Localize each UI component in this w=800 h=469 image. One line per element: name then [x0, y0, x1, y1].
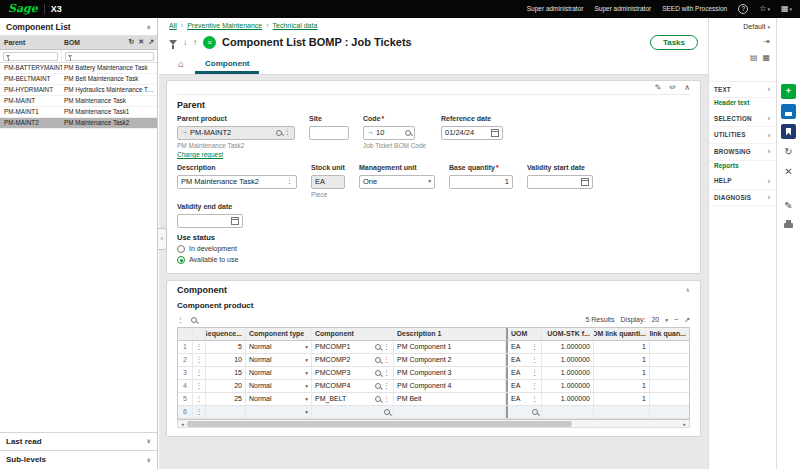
- search-icon[interactable]: [276, 130, 282, 136]
- list-item[interactable]: PM-MAINT1PM Maintenance Task1: [0, 107, 157, 118]
- sequence-cell[interactable]: 15: [206, 367, 246, 379]
- row-menu-icon[interactable]: ⋮: [193, 406, 206, 418]
- list-item[interactable]: PM-BATTERYMAINTPM Battery Maintenance Ta…: [0, 63, 157, 74]
- stk-link-cell[interactable]: [650, 354, 689, 366]
- row-menu-icon[interactable]: ⋮: [193, 341, 206, 353]
- uom-link-cell[interactable]: 1: [594, 380, 650, 392]
- options-dots-icon[interactable]: ⋮: [383, 382, 390, 390]
- refresh-button[interactable]: ↻: [781, 144, 796, 159]
- table-row[interactable]: 5 ⋮ 25 Normal▾ PM_BELT⋮ PM Belt EA⋮ 1.00…: [178, 393, 689, 406]
- description-input[interactable]: PM Maintenance Task2 ⋮: [177, 175, 297, 189]
- uom-stk-cell[interactable]: 1.000000: [542, 367, 594, 379]
- left-panel-header[interactable]: Component List ∧: [0, 18, 157, 36]
- tab-home[interactable]: ⌂: [169, 56, 193, 74]
- uom-link-cell[interactable]: 1: [594, 354, 650, 366]
- list-item-selected[interactable]: PM-MAINT2PM Maintenance Task2: [0, 118, 157, 129]
- column-header-uom[interactable]: UOM: [506, 328, 542, 340]
- sage-logo[interactable]: Sage: [8, 2, 38, 15]
- component-type-cell[interactable]: Normal▾: [246, 380, 312, 392]
- accordion-last-read[interactable]: Last read∨: [0, 432, 157, 451]
- radio-available-to-use[interactable]: Available to use: [177, 256, 690, 264]
- component-cell[interactable]: [312, 406, 394, 418]
- grid-menu-icon[interactable]: ⋮: [177, 316, 184, 324]
- search-icon[interactable]: [375, 370, 381, 376]
- annotate-icon[interactable]: ✎: [655, 83, 662, 93]
- list-item[interactable]: PM-MAINTPM Maintenance Task: [0, 96, 157, 107]
- scroll-left-icon[interactable]: ◂: [178, 421, 187, 427]
- stk-link-cell[interactable]: [650, 406, 689, 418]
- uom-stk-cell[interactable]: [542, 406, 594, 418]
- uom-stk-cell[interactable]: 1.000000: [542, 354, 594, 366]
- caret-down-icon[interactable]: ▾: [665, 317, 668, 324]
- options-dots-icon[interactable]: ⋮: [531, 369, 538, 377]
- table-row[interactable]: 4 ⋮ 20 Normal▾ PMCOMP4⋮ PM Component 4 E…: [178, 380, 689, 393]
- scrollbar-thumb[interactable]: [187, 421, 572, 427]
- table-row[interactable]: 1 ⋮ 5 Normal▾ PMCOMP1⋮ PM Component 1 EA…: [178, 341, 689, 354]
- link-reports[interactable]: Reports: [709, 161, 776, 174]
- options-dots-icon[interactable]: ⋮: [383, 356, 390, 364]
- component-section-header[interactable]: Component ∧: [177, 283, 690, 299]
- options-dots-icon[interactable]: ⋮: [286, 177, 293, 185]
- section-browsing[interactable]: BROWSING∧: [709, 144, 776, 161]
- bookmark-button[interactable]: [781, 124, 796, 139]
- topbar-user-menu-1[interactable]: Super administrator: [527, 5, 584, 13]
- create-button[interactable]: +: [781, 84, 796, 99]
- uom-cell[interactable]: EA⋮: [506, 367, 542, 379]
- close-icon[interactable]: ✕: [138, 38, 144, 46]
- tasks-button[interactable]: Tasks: [650, 35, 698, 50]
- validity-start-input[interactable]: [527, 175, 593, 189]
- component-cell[interactable]: PM_BELT⋮: [312, 393, 394, 405]
- calendar-icon[interactable]: [231, 217, 239, 225]
- uom-stk-cell[interactable]: 1.000000: [542, 393, 594, 405]
- reference-date-input[interactable]: 01/24/24: [441, 126, 503, 140]
- row-menu-icon[interactable]: ⋮: [193, 380, 206, 392]
- uom-link-cell[interactable]: 1: [594, 341, 650, 353]
- row-menu-icon[interactable]: ⋮: [193, 354, 206, 366]
- component-type-cell[interactable]: ▾: [246, 406, 312, 418]
- link-header-text[interactable]: Header text: [709, 98, 776, 111]
- options-dots-icon[interactable]: ⋮: [531, 382, 538, 390]
- search-icon[interactable]: [375, 383, 381, 389]
- search-icon[interactable]: [375, 344, 381, 350]
- next-record-icon[interactable]: ↓: [183, 38, 187, 48]
- description-cell[interactable]: PM Component 1: [394, 341, 506, 353]
- uom-link-cell[interactable]: [594, 406, 650, 418]
- uom-cell[interactable]: EA⋮: [506, 380, 542, 392]
- change-request-link[interactable]: Change request: [177, 151, 295, 159]
- uom-cell[interactable]: EA⋮: [506, 393, 542, 405]
- uom-stk-cell[interactable]: 1.000000: [542, 341, 594, 353]
- edit-button[interactable]: ✎: [781, 198, 796, 213]
- component-cell[interactable]: PMCOMP3⋮: [312, 367, 394, 379]
- description-cell[interactable]: [394, 406, 506, 418]
- component-type-cell[interactable]: Normal▾: [246, 367, 312, 379]
- open-panel-icon[interactable]: ⇥: [763, 37, 770, 47]
- accordion-sub-levels[interactable]: Sub-levels∨: [0, 450, 157, 469]
- search-icon[interactable]: [532, 409, 538, 415]
- options-dots-icon[interactable]: ⋮: [383, 343, 390, 351]
- expand-icon[interactable]: ↗: [148, 38, 154, 46]
- parent-filter-input[interactable]: [3, 52, 58, 61]
- jump-arrow-icon[interactable]: →: [367, 128, 374, 136]
- stk-link-cell[interactable]: [650, 367, 689, 379]
- component-type-cell[interactable]: Normal▾: [246, 354, 312, 366]
- management-unit-select[interactable]: One ▾: [359, 175, 435, 189]
- table-row[interactable]: 3 ⋮ 15 Normal▾ PMCOMP3⋮ PM Component 3 E…: [178, 367, 689, 380]
- component-type-cell[interactable]: Normal▾: [246, 341, 312, 353]
- calendar-icon[interactable]: [581, 178, 589, 186]
- parent-product-input[interactable]: → PM-MAINT2 ⋮: [177, 126, 295, 140]
- sequence-cell[interactable]: 10: [206, 354, 246, 366]
- list-item[interactable]: PM-HYDRMAINTPM Hydraulics Maintenance Ta…: [0, 85, 157, 96]
- description-cell[interactable]: PM Component 4: [394, 380, 506, 392]
- row-menu-icon[interactable]: ⋮: [193, 367, 206, 379]
- uom-cell[interactable]: [506, 406, 542, 418]
- collapse-section-icon[interactable]: ∧: [686, 287, 690, 294]
- sequence-cell[interactable]: 5: [206, 341, 246, 353]
- horizontal-scrollbar[interactable]: ◂ ▸: [177, 420, 690, 428]
- search-icon[interactable]: [384, 409, 390, 415]
- options-dots-icon[interactable]: ⋮: [284, 128, 291, 136]
- uom-cell[interactable]: EA⋮: [506, 354, 542, 366]
- column-header-parent[interactable]: Parent: [0, 39, 62, 47]
- stk-link-cell[interactable]: [650, 380, 689, 392]
- uom-link-cell[interactable]: 1: [594, 393, 650, 405]
- base-quantity-input[interactable]: 1: [449, 175, 513, 189]
